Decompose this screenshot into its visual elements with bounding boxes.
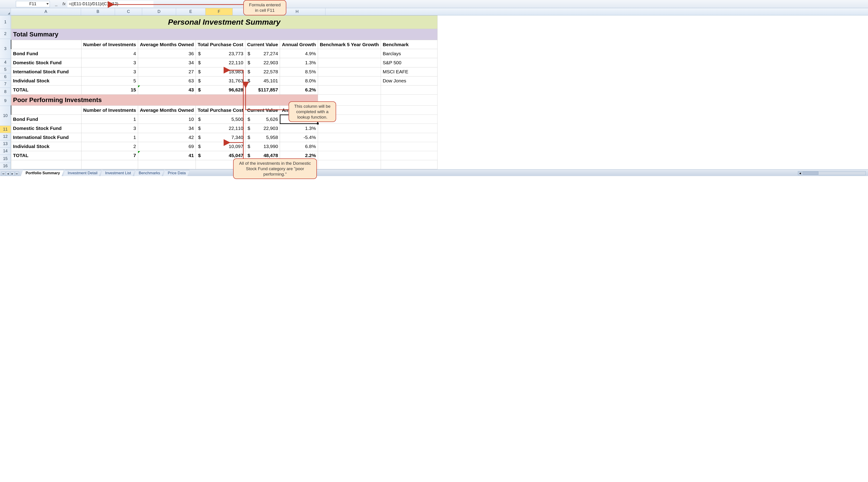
fx-icon[interactable]: fx — [62, 2, 66, 6]
section-poor-performing[interactable]: Poor Performing Investments — [11, 94, 318, 105]
col-header-d[interactable]: D — [142, 8, 176, 15]
section-total-summary[interactable]: Total Summary — [11, 29, 437, 40]
hdr-benchmark-growth[interactable]: Benchmark 5 Year Growth — [318, 40, 381, 49]
row-header-4[interactable]: 4 — [0, 59, 11, 66]
cell-f6[interactable]: 8.5% — [280, 67, 318, 76]
cell-a12[interactable]: Domestic Stock Fund — [11, 124, 81, 133]
row-header-13[interactable]: 13 — [0, 140, 11, 148]
cell-c11[interactable]: 10 — [138, 115, 195, 124]
cell-g6[interactable] — [318, 67, 381, 76]
cell-b5[interactable]: 3 — [81, 58, 138, 67]
cell-c6[interactable]: 27 — [138, 67, 195, 76]
cell-c16[interactable] — [138, 160, 195, 169]
row-header-15[interactable]: 15 — [0, 155, 11, 163]
cell-e14[interactable]: $13,990 — [245, 142, 280, 151]
name-box[interactable]: F11 — [16, 1, 50, 7]
cell-a4[interactable]: Bond Fund — [11, 49, 81, 58]
row-header-2[interactable]: 2 — [0, 29, 11, 39]
col-header-c[interactable]: C — [115, 8, 142, 15]
row-header-16[interactable]: 16 — [0, 163, 11, 169]
tab-nav-next-icon[interactable]: ▶ — [10, 171, 14, 175]
row-header-3[interactable]: 3 — [0, 39, 11, 59]
cell-a14[interactable]: Individual Stock — [11, 142, 81, 151]
tab-nav-prev-icon[interactable]: ◀ — [6, 171, 10, 175]
cell-h11[interactable] — [381, 115, 437, 124]
cell-g4[interactable] — [318, 49, 381, 58]
cell-a13[interactable]: International Stock Fund — [11, 133, 81, 142]
cell-g15[interactable] — [318, 151, 381, 160]
cell-d11[interactable]: $5,500 — [196, 115, 245, 124]
row-header-5[interactable]: 5 — [0, 66, 11, 73]
cell-h7[interactable]: Dow Jones — [381, 76, 437, 85]
row-header-7[interactable]: 7 — [0, 81, 11, 88]
cell-e11[interactable]: $5,626 — [245, 115, 280, 124]
cell-c7[interactable]: 63 — [138, 76, 195, 85]
row-header-14[interactable]: 14 — [0, 148, 11, 155]
hdr2-current-value[interactable]: Current Value — [245, 106, 280, 115]
cell-e7[interactable]: $45,101 — [245, 76, 280, 85]
cell-e5[interactable]: $22,903 — [245, 58, 280, 67]
cell-g12[interactable] — [318, 124, 381, 133]
spreadsheet-grid[interactable]: Personal Investment Summary Total Summar… — [11, 15, 437, 169]
cell-b6[interactable]: 3 — [81, 67, 138, 76]
cell-e8[interactable]: $117,857 — [245, 85, 280, 94]
select-all-corner[interactable] — [0, 8, 11, 15]
cell-e6[interactable]: $22,578 — [245, 67, 280, 76]
cell-a5[interactable]: Domestic Stock Fund — [11, 58, 81, 67]
cell-h15[interactable] — [381, 151, 437, 160]
cell-g14[interactable] — [318, 142, 381, 151]
name-box-dropdown-icon[interactable] — [46, 3, 49, 5]
cell-b16[interactable] — [81, 160, 138, 169]
cell-b11[interactable]: 1 — [81, 115, 138, 124]
cell-b15[interactable]: 7 — [81, 151, 138, 160]
cell-a11[interactable]: Bond Fund — [11, 115, 81, 124]
col-header-e[interactable]: E — [176, 8, 206, 15]
tab-nav-first-icon[interactable]: ⏮ — [1, 171, 5, 175]
hdr2-avg-months[interactable]: Average Months Owned — [138, 106, 195, 115]
row-header-9[interactable]: 9 — [0, 96, 11, 106]
tab-investment-detail[interactable]: Investment Detail — [63, 170, 101, 176]
cell-h13[interactable] — [381, 133, 437, 142]
hdr-num-invest[interactable]: Number of Investments — [81, 40, 138, 49]
cell-c5[interactable]: 34 — [138, 58, 195, 67]
cell-b8[interactable]: 15 — [81, 85, 138, 94]
cell-g13[interactable] — [318, 133, 381, 142]
scroll-thumb[interactable] — [803, 171, 818, 175]
cell-c12[interactable]: 34 — [138, 124, 195, 133]
scroll-left-icon[interactable]: ◀ — [798, 171, 802, 175]
cell-e4[interactable]: $27,274 — [245, 49, 280, 58]
cell-d5[interactable]: $22,110 — [196, 58, 245, 67]
tab-benchmarks[interactable]: Benchmarks — [134, 170, 164, 176]
row-header-11[interactable]: 11 — [0, 126, 11, 133]
hdr2-purchase-cost[interactable]: Total Purchase Cost — [196, 106, 245, 115]
cell-f7[interactable]: 8.0% — [280, 76, 318, 85]
cell-d8[interactable]: $96,628 — [196, 85, 245, 94]
cell-h4[interactable]: Barclays — [381, 49, 437, 58]
cell-f13[interactable]: -5.4% — [280, 133, 318, 142]
cell-b14[interactable]: 2 — [81, 142, 138, 151]
cell-f14[interactable]: 6.8% — [280, 142, 318, 151]
tab-price-data[interactable]: Price Data — [163, 170, 189, 176]
cell-a15[interactable]: TOTAL — [11, 151, 81, 160]
col-header-f[interactable]: F — [206, 8, 233, 15]
hdr-blank[interactable] — [11, 40, 81, 49]
cell-e12[interactable]: $22,903 — [245, 124, 280, 133]
cell-d6[interactable]: $18,983 — [196, 67, 245, 76]
cell-f12[interactable]: 1.3% — [280, 124, 318, 133]
cell-f8[interactable]: 6.2% — [280, 85, 318, 94]
row-header-10[interactable]: 10 — [0, 106, 11, 126]
hdr-current-value[interactable]: Current Value — [245, 40, 280, 49]
cell-a8[interactable]: TOTAL — [11, 85, 81, 94]
cell-c4[interactable]: 36 — [138, 49, 195, 58]
cell-c8[interactable]: 43 — [138, 85, 195, 94]
cell-b12[interactable]: 3 — [81, 124, 138, 133]
cell-g8[interactable] — [318, 85, 381, 94]
col-header-b[interactable]: B — [81, 8, 115, 15]
row-header-6[interactable]: 6 — [0, 73, 11, 81]
cell-h8[interactable] — [381, 85, 437, 94]
cell-c14[interactable]: 69 — [138, 142, 195, 151]
cell-d14[interactable]: $10,097 — [196, 142, 245, 151]
cell-f5[interactable]: 1.3% — [280, 58, 318, 67]
cell-h6[interactable]: MSCI EAFE — [381, 67, 437, 76]
hdr2-blank[interactable] — [11, 106, 81, 115]
